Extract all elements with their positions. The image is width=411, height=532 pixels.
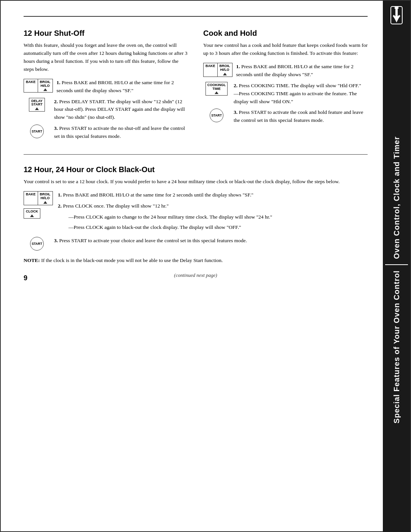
page-wrapper: Oven Control, Clock and Timer Special Fe… bbox=[0, 0, 411, 532]
bake-broil-button[interactable]: BAKE BROILHI/LO bbox=[24, 79, 53, 93]
step3-num: 3. bbox=[54, 125, 58, 131]
shutoff-step2-row: DELAYSTART 2. Press DELAY START. The dis… bbox=[24, 98, 188, 122]
bake-label: BAKE bbox=[24, 79, 38, 93]
cook-step3-num: 3. bbox=[234, 109, 237, 115]
shutoff-step3-row: START 3. Press START to activate the no … bbox=[24, 125, 188, 141]
cook-step2b-text: —Press COOKING TIME again to activate th… bbox=[234, 91, 357, 104]
shutoff-step3-text: 3. Press START to activate the no shut-o… bbox=[54, 125, 188, 141]
start-btn-col-shutoff: START bbox=[24, 125, 50, 138]
step1-num: 1. bbox=[57, 80, 61, 85]
clock-blackout-body: Your control is set to use a 12 hour clo… bbox=[24, 178, 368, 186]
clock-step2-num: 2. bbox=[58, 203, 62, 209]
bake-broil-btn-col-cook: BAKE BROILHI/LO bbox=[203, 63, 233, 77]
cook-and-hold-heading: Cook and Hold bbox=[203, 29, 368, 38]
main-content: 12 Hour Shut-Off With this feature, shou… bbox=[1, 1, 383, 294]
clock-step3-text: 3. Press START to activate your choice a… bbox=[54, 237, 368, 245]
shutoff-step2-text: 2. Press DELAY START. The display will s… bbox=[54, 98, 188, 122]
cooking-time-btn-col: COOKINGLTIME bbox=[203, 82, 230, 96]
cook-step1-text: 1. Press BAKE and BROIL HI/LO at the sam… bbox=[236, 63, 368, 79]
sidebar-text-area: Oven Control, Clock and Timer Special Fe… bbox=[385, 27, 408, 532]
clock-blackout-heading: 12 Hour, 24 Hour or Clock Black-Out bbox=[24, 165, 368, 174]
clock-step3-num: 3. bbox=[54, 238, 58, 243]
hour-shutoff-heading: 12 Hour Shut-Off bbox=[24, 29, 188, 38]
shutoff-step1-row: BAKE BROILHI/LO 1. Press BAKE and BROIL … bbox=[24, 79, 188, 95]
bake-broil-button-clock[interactable]: BAKE BROILHI/LO bbox=[24, 191, 53, 205]
cook-step3-text: 3. Press START to activate the cook and … bbox=[234, 109, 368, 125]
clock-step3-row: START 3. Press START to activate your ch… bbox=[24, 237, 368, 251]
clock-step1-text: 1. Press BAKE and BROIL HI/LO at the sam… bbox=[58, 191, 368, 199]
top-divider bbox=[24, 16, 368, 17]
sidebar-icon bbox=[385, 4, 408, 27]
clock-steps-text: 1. Press BAKE and BROIL HI/LO at the sam… bbox=[58, 191, 368, 234]
clock-buttons-col: BAKE BROILHI/LO CLOCK bbox=[24, 191, 54, 219]
cook-step1-num: 1. bbox=[236, 64, 240, 69]
clock-step2-text: 2. Press CLOCK once. The display will sh… bbox=[58, 202, 368, 210]
clock-note: NOTE: If the clock is in the black-out m… bbox=[24, 257, 368, 265]
sidebar-divider bbox=[385, 264, 408, 265]
cook-step2-text: 2. Press COOKING TIME. The display will … bbox=[234, 82, 368, 106]
cook-and-hold-section: Cook and Hold Your new control has a coo… bbox=[203, 29, 368, 144]
sidebar-section2-text: Special Features of Your Oven Control bbox=[391, 267, 402, 427]
start-button-clock[interactable]: START bbox=[30, 237, 44, 251]
cook-step2-num: 2. bbox=[234, 83, 237, 88]
broil-label-clock: BROILHI/LO bbox=[38, 192, 53, 205]
mid-divider bbox=[24, 154, 368, 155]
clock-button[interactable]: CLOCK bbox=[24, 208, 40, 219]
clock-step1-row: BAKE BROILHI/LO CLOCK 1. Press BAKE and … bbox=[24, 191, 368, 234]
svg-marker-2 bbox=[394, 17, 399, 22]
bake-broil-btn-col: BAKE BROILHI/LO bbox=[24, 79, 53, 93]
cook-step1-row: BAKE BROILHI/LO 1. Press BAKE and BROIL … bbox=[203, 63, 368, 79]
bake-broil-button-cook[interactable]: BAKE BROILHI/LO bbox=[203, 63, 233, 77]
sidebar: Oven Control, Clock and Timer Special Fe… bbox=[383, 1, 410, 532]
start-btn-col-clock: START bbox=[24, 237, 50, 251]
bake-label-clock: BAKE bbox=[24, 192, 38, 205]
delay-start-btn-col: DELAYSTART bbox=[24, 98, 50, 112]
clock-step2c-text: —Press CLOCK again to black-out the cloc… bbox=[68, 224, 368, 232]
clock-blackout-section: 12 Hour, 24 Hour or Clock Black-Out Your… bbox=[24, 165, 368, 265]
cook-step2-row: COOKINGLTIME 2. Press COOKING TIME. The … bbox=[203, 82, 368, 106]
start-btn-col-cook: START bbox=[203, 109, 230, 122]
continued-text: (continued next page) bbox=[24, 272, 368, 278]
broil-label: BROILHI/LO bbox=[38, 79, 53, 93]
sidebar-section1-text: Oven Control, Clock and Timer bbox=[391, 133, 402, 262]
start-button-cook[interactable]: START bbox=[210, 109, 223, 122]
note-bold-text: NOTE: bbox=[24, 257, 40, 263]
cook-step3-row: START 3. Press START to activate the coo… bbox=[203, 109, 368, 125]
cooking-time-button[interactable]: COOKINGLTIME bbox=[206, 82, 228, 96]
delay-start-button[interactable]: DELAYSTART bbox=[29, 98, 45, 112]
broil-label-cook: BROILHI/LO bbox=[218, 63, 232, 77]
start-button-shutoff[interactable]: START bbox=[30, 125, 44, 138]
bake-label-cook: BAKE bbox=[204, 63, 218, 77]
step2-num: 2. bbox=[54, 99, 58, 104]
page-number: 9 bbox=[24, 274, 27, 282]
shutoff-step1-text: 1. Press BAKE and BROIL HI/LO at the sam… bbox=[57, 79, 188, 95]
clock-step1-num: 1. bbox=[58, 192, 62, 198]
clock-step2b-text: —Press CLOCK again to change to the 24 h… bbox=[68, 213, 368, 221]
hour-shutoff-section: 12 Hour Shut-Off With this feature, shou… bbox=[24, 29, 188, 144]
hour-shutoff-body: With this feature, should you forget and… bbox=[24, 42, 188, 73]
two-col-section: 12 Hour Shut-Off With this feature, shou… bbox=[24, 29, 368, 144]
cook-and-hold-body: Your new control has a cook and hold fea… bbox=[203, 42, 368, 58]
